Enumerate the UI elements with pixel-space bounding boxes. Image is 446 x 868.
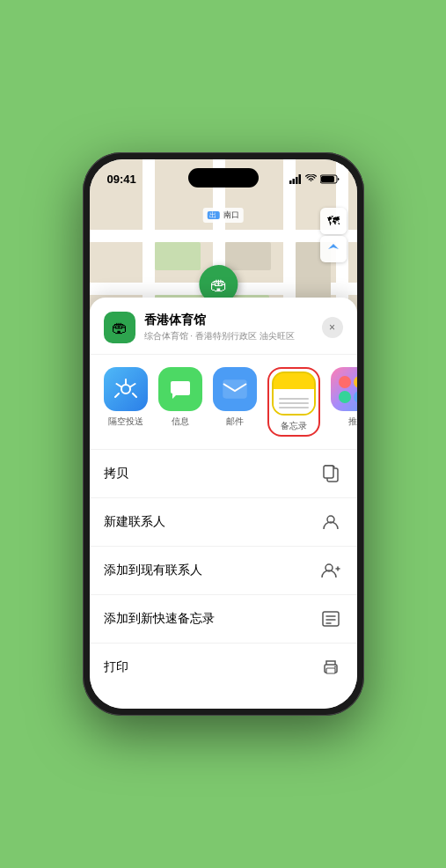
action-new-contact-label: 新建联系人 <box>104 514 165 530</box>
wifi-icon <box>305 174 317 183</box>
action-add-contact-label: 添加到现有联系人 <box>104 563 202 578</box>
status-time: 09:41 <box>107 173 136 186</box>
share-row: 隔空投送 信息 <box>90 355 357 450</box>
map-style-button[interactable]: 🗺 <box>320 208 347 234</box>
bottom-sheet: 🏟 香港体育馆 综合体育馆 · 香港特别行政区 油尖旺区 × <box>90 298 357 709</box>
svg-rect-19 <box>326 668 335 673</box>
copy-icon <box>318 461 343 486</box>
map-controls[interactable]: 🗺 <box>320 208 347 262</box>
venue-avatar: 🏟 <box>104 312 135 343</box>
message-icon <box>169 378 192 401</box>
phone-screen: 09:41 <box>90 159 357 709</box>
battery-icon <box>320 174 340 184</box>
airdrop-label: 隔空投送 <box>108 416 143 428</box>
signal-icon <box>289 174 302 184</box>
sheet-header: 🏟 香港体育馆 综合体育馆 · 香港特别行政区 油尖旺区 × <box>90 312 357 355</box>
phone-frame: 09:41 <box>83 152 364 716</box>
dynamic-island <box>188 168 259 188</box>
svg-rect-3 <box>298 174 301 184</box>
action-add-contact[interactable]: 添加到现有联系人 <box>90 547 357 595</box>
more-label: 推 <box>348 416 357 428</box>
share-item-more[interactable]: 推 <box>331 367 357 437</box>
share-item-airdrop[interactable]: 隔空投送 <box>104 367 148 437</box>
action-copy[interactable]: 拷贝 <box>90 450 357 498</box>
map-location-button[interactable] <box>320 236 347 262</box>
more-icon-wrap <box>331 367 357 411</box>
mail-icon <box>223 379 247 399</box>
action-print[interactable]: 打印 <box>90 644 357 691</box>
message-icon-wrap <box>158 367 202 411</box>
notes-icon-wrap <box>272 371 316 416</box>
note-svg <box>322 611 340 627</box>
venue-description: 综合体育馆 · 香港特别行政区 油尖旺区 <box>144 330 313 342</box>
svg-rect-2 <box>296 177 298 184</box>
print-icon <box>318 655 343 680</box>
map-entrance-label: 出 南口 <box>202 208 244 223</box>
close-button[interactable]: × <box>322 317 343 338</box>
action-list: 拷贝 新建联系人 <box>90 450 357 709</box>
copy-svg <box>323 465 339 482</box>
svg-rect-1 <box>292 179 295 184</box>
action-new-contact[interactable]: 新建联系人 <box>90 498 357 547</box>
quick-note-icon <box>318 607 343 631</box>
venue-name: 香港体育馆 <box>144 313 313 328</box>
new-contact-icon <box>318 510 343 534</box>
more-dots <box>333 371 357 408</box>
print-svg <box>322 659 340 675</box>
svg-point-6 <box>121 385 130 394</box>
svg-point-20 <box>334 666 336 668</box>
svg-rect-0 <box>289 180 292 184</box>
mail-icon-wrap <box>213 367 257 411</box>
share-item-mail[interactable]: 邮件 <box>213 367 257 437</box>
action-quick-note-label: 添加到新快速备忘录 <box>104 611 215 627</box>
venue-info: 香港体育馆 综合体育馆 · 香港特别行政区 油尖旺区 <box>144 313 313 342</box>
airdrop-icon <box>114 378 137 401</box>
share-item-notes[interactable]: 备忘录 <box>267 367 320 437</box>
mail-label: 邮件 <box>226 416 244 428</box>
add-contact-icon <box>318 558 343 583</box>
action-copy-label: 拷贝 <box>104 466 128 482</box>
share-item-message[interactable]: 信息 <box>158 367 202 437</box>
person-add-svg <box>321 562 340 579</box>
venue-pin-icon: 🏟 <box>209 275 227 295</box>
notes-lines <box>279 398 309 408</box>
svg-rect-5 <box>321 176 334 182</box>
svg-rect-7 <box>223 380 246 398</box>
action-print-label: 打印 <box>104 659 128 675</box>
svg-rect-9 <box>324 466 333 478</box>
action-quick-note[interactable]: 添加到新快速备忘录 <box>90 595 357 644</box>
status-icons <box>289 174 340 184</box>
person-svg <box>322 513 340 531</box>
airdrop-icon-wrap <box>104 367 148 411</box>
notes-label: 备忘录 <box>281 420 307 432</box>
message-label: 信息 <box>172 416 189 428</box>
location-icon <box>327 243 340 255</box>
